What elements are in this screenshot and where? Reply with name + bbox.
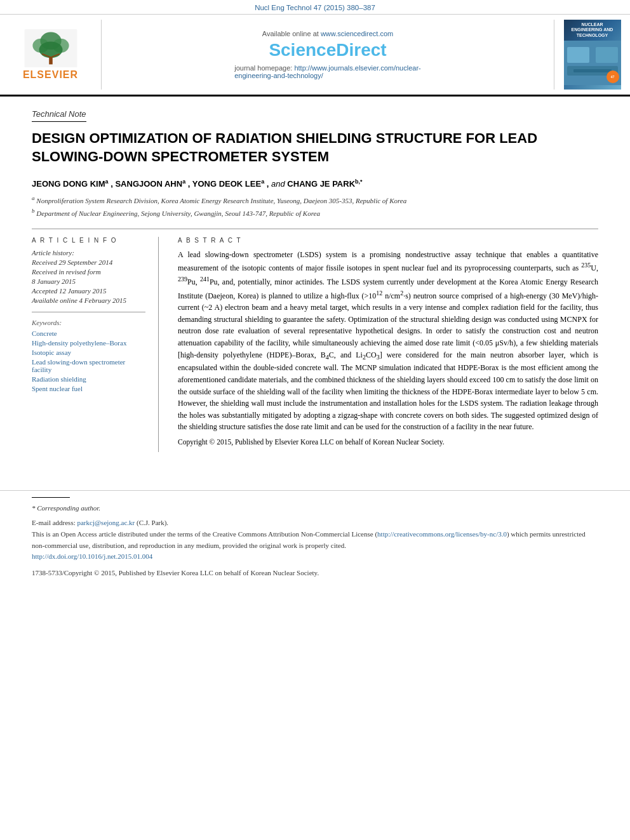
author-3-name: YONG DEOK LEE: [192, 180, 261, 189]
direct-word: Direct: [336, 40, 386, 60]
keyword-isotopic[interactable]: Isotopic assay: [32, 349, 145, 356]
journal-reference: Nucl Eng Technol 47 (2015) 380–387: [255, 4, 375, 11]
main-content: Technical Note DESIGN OPTIMIZATION OF RA…: [0, 97, 630, 471]
svg-rect-9: [567, 47, 589, 63]
accepted-date: Accepted 12 January 2015: [32, 287, 145, 295]
received-revised-label: Received in revised form: [32, 268, 145, 276]
journal-cover-box: NUCLEAR ENGINEERING AND TECHNOLOGY 47: [554, 20, 630, 90]
corresponding-author-note: * Corresponding author.: [32, 503, 598, 514]
keyword-lsds[interactable]: Lead slowing-down spectrometerfacility: [32, 358, 145, 373]
footer-divider: [32, 497, 70, 498]
keyword-hdpe[interactable]: High-density polyethylene–Borax: [32, 339, 145, 347]
elsevier-brand-text: ELSEVIER: [23, 69, 78, 81]
issn-line: 1738-5733/Copyright © 2015, Published by…: [32, 568, 598, 579]
author-4-name: CHANG JE PARK: [287, 180, 355, 189]
footer-area: * Corresponding author. E-mail address: …: [0, 490, 630, 592]
email-person: (C.J. Park).: [137, 519, 168, 526]
doi-line: http://dx.doi.org/10.1016/j.net.2015.01.…: [32, 551, 598, 563]
keywords-label: Keywords:: [32, 319, 145, 326]
available-online-date: Available online 4 February 2015: [32, 297, 145, 304]
history-label: Article history:: [32, 249, 145, 257]
email-line: E-mail address: parkcj@sejong.ac.kr (C.J…: [32, 517, 598, 529]
header-area: ELSEVIER Available online at www.science…: [0, 15, 630, 97]
email-link[interactable]: parkcj@sejong.ac.kr: [77, 519, 135, 526]
abstract-text: A lead slowing-down spectrometer (LSDS) …: [178, 249, 598, 448]
open-access-text: This is an Open Access article distribut…: [32, 529, 598, 551]
svg-rect-10: [596, 47, 618, 63]
author-2-name: SANGJOON AHN: [115, 180, 182, 189]
technical-note-label: Technical Note: [32, 109, 86, 122]
author-separator-2: ,: [188, 180, 192, 189]
abstract-section: A B S T R A C T A lead slowing-down spec…: [178, 237, 598, 452]
two-column-section: A R T I C L E I N F O Article history: R…: [32, 229, 598, 452]
email-label: E-mail address:: [32, 519, 76, 526]
elsevier-tree-icon: [22, 29, 79, 67]
elsevier-logo: ELSEVIER: [22, 29, 79, 81]
affiliation-b: b Department of Nuclear Engineering, Sej…: [32, 207, 598, 218]
svg-rect-5: [49, 57, 53, 64]
article-title: DESIGN OPTIMIZATION OF RADIATION SHIELDI…: [32, 130, 540, 166]
star-corresponding: * Corresponding author.: [32, 504, 100, 512]
available-online-text: Available online at www.sciencedirect.co…: [262, 30, 393, 37]
affiliations: a Nonproliferation System Research Divis…: [32, 194, 598, 218]
sciencedirect-brand: ScienceDirect: [269, 40, 386, 60]
author-1-sup: a: [105, 178, 109, 185]
article-history: Article history: Received 29 September 2…: [32, 249, 145, 304]
author-3-sup: a: [261, 178, 264, 185]
authors-line: JEONG DONG KIMa , SANGJOON AHNa , YONG D…: [32, 178, 598, 189]
elsevier-logo-box: ELSEVIER: [0, 20, 102, 90]
journal-cover-image: NUCLEAR ENGINEERING AND TECHNOLOGY 47: [564, 20, 621, 90]
svg-point-4: [39, 41, 62, 58]
author-1-name: JEONG DONG KIM: [32, 180, 105, 189]
article-info-title: A R T I C L E I N F O: [32, 237, 145, 244]
svg-rect-12: [573, 69, 612, 72]
and-word: and: [271, 180, 285, 189]
keyword-concrete[interactable]: Concrete: [32, 330, 145, 337]
abstract-title: A B S T R A C T: [178, 237, 598, 244]
journal-cover-illustration: 47: [564, 41, 621, 85]
science-word: Science: [269, 40, 336, 60]
keyword-spent-fuel[interactable]: Spent nuclear fuel: [32, 385, 145, 392]
author-4-sup: b,*: [355, 178, 363, 185]
doi-link[interactable]: http://dx.doi.org/10.1016/j.net.2015.01.…: [32, 552, 152, 560]
affiliation-a: a Nonproliferation System Research Divis…: [32, 194, 598, 206]
info-divider: [32, 312, 145, 312]
received-date: Received 29 September 2014: [32, 258, 145, 266]
received-revised-date: 8 January 2015: [32, 277, 145, 285]
cc-license-link[interactable]: http://creativecommons.org/licenses/by-n…: [377, 530, 507, 538]
journal-bar: Nucl Eng Technol 47 (2015) 380–387: [0, 0, 630, 15]
copyright-line: Copyright © 2015, Published by Elsevier …: [178, 437, 598, 448]
author-separator-3: ,: [267, 180, 271, 189]
journal-homepage: journal homepage: http://www.journals.el…: [234, 64, 421, 79]
article-info-column: A R T I C L E I N F O Article history: R…: [32, 237, 159, 452]
sciencedirect-box: Available online at www.sciencedirect.co…: [102, 20, 554, 90]
sciencedirect-url-link[interactable]: www.sciencedirect.com: [321, 30, 393, 37]
journal-cover-badge: 47: [607, 70, 619, 83]
keywords-section: Keywords: Concrete High-density polyethy…: [32, 319, 145, 392]
author-2-sup: a: [182, 178, 185, 185]
journal-cover-title: NUCLEAR ENGINEERING AND TECHNOLOGY: [564, 20, 621, 39]
keyword-radiation-shielding[interactable]: Radiation shielding: [32, 375, 145, 383]
abstract-paragraph: A lead slowing-down spectrometer (LSDS) …: [178, 249, 598, 433]
